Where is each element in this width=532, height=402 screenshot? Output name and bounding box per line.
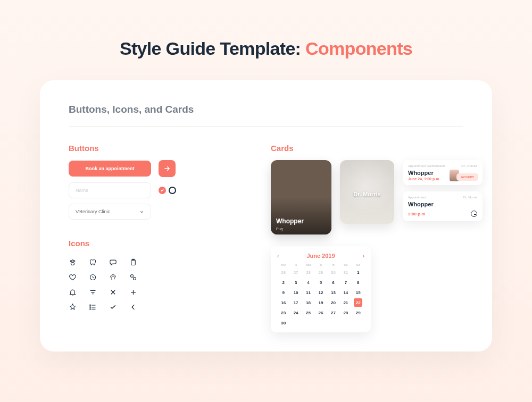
confirmation-eyebrow: Appointment Confirmation (408, 164, 445, 168)
appointment-eyebrow: Appointment (408, 196, 426, 199)
pet-card-breed: Pug (276, 227, 282, 231)
calendar-day-muted[interactable]: 30 (327, 268, 339, 277)
calendar-day[interactable]: 26 (314, 308, 327, 317)
calendar-day[interactable]: 17 (289, 298, 302, 307)
calendar-day[interactable]: 29 (352, 308, 364, 317)
calendar-day[interactable]: 2 (277, 278, 289, 287)
svg-point-0 (70, 260, 72, 262)
calendar-day-muted[interactable]: 28 (302, 268, 314, 277)
name-input[interactable]: Name (69, 182, 151, 198)
clipboard-icon (129, 255, 147, 269)
calendar-dow: th (314, 263, 327, 266)
calendar-day[interactable]: 14 (339, 288, 352, 297)
calendar-day[interactable]: 19 (314, 298, 327, 307)
calendar-day[interactable]: 21 (339, 298, 352, 307)
calendar-day[interactable]: 9 (277, 288, 289, 297)
calendar-dow: wed (302, 263, 314, 266)
radio-unchecked[interactable] (169, 187, 176, 194)
calendar-day[interactable]: 12 (314, 288, 327, 297)
check-icon (160, 188, 164, 192)
calendar-day[interactable]: 16 (277, 298, 289, 307)
plus-icon (129, 285, 147, 299)
section-icons: Icons (69, 239, 228, 248)
calendar-day[interactable]: 10 (289, 288, 302, 297)
calendar-day-muted[interactable]: 27 (289, 268, 302, 277)
calendar-dow: mon (277, 263, 289, 266)
doctor-card[interactable]: Dr. Morris (340, 160, 394, 224)
calendar-day-selected[interactable]: 22 (354, 298, 362, 307)
arrow-right-button[interactable] (159, 160, 176, 177)
calendar-day[interactable]: 25 (302, 308, 314, 317)
clinic-select[interactable]: Veterinary Clinic (69, 204, 151, 220)
list-icon (89, 300, 107, 314)
confirmation-doctor: Dr. Chavez (461, 164, 477, 168)
calendar-prev-button[interactable]: ‹ (277, 253, 279, 259)
appointment-time: 3:00 p.m. (408, 212, 427, 216)
tooth-icon (89, 255, 107, 269)
svg-point-9 (90, 305, 91, 306)
check-icon (109, 300, 127, 314)
svg-point-10 (90, 306, 91, 307)
filter-icon (89, 285, 107, 299)
appointment-doctor: Dr. Morris (463, 196, 477, 199)
svg-point-7 (131, 274, 134, 277)
main-panel: Buttons, Icons, and Cards Buttons Book a… (40, 80, 492, 351)
calendar-day-muted[interactable]: 31 (339, 268, 352, 277)
calendar-title: June 2019 (306, 253, 335, 259)
heart-icon (69, 270, 87, 284)
calendar-day[interactable]: 11 (302, 288, 314, 297)
calendar-day-muted[interactable]: 26 (277, 268, 289, 277)
book-appointment-button[interactable]: Book an appointment (69, 161, 151, 177)
section-buttons: Buttons (69, 144, 228, 153)
calendar-day[interactable]: 20 (327, 298, 339, 307)
calendar-day[interactable]: 28 (339, 308, 352, 317)
pet-card-name: Whopper (276, 217, 304, 225)
calendar-day[interactable]: 15 (352, 288, 364, 297)
calendar-day[interactable]: 4 (302, 278, 314, 287)
pills-icon (129, 270, 147, 284)
calendar-day[interactable]: 8 (352, 278, 364, 287)
chat-icon (109, 255, 127, 269)
svg-point-2 (73, 260, 75, 262)
confirmation-card[interactable]: Appointment Confirmation Dr. Chavez Whop… (403, 160, 483, 185)
calendar-day[interactable]: 3 (289, 278, 302, 287)
calendar-day[interactable]: 5 (314, 278, 327, 287)
calendar-day[interactable]: 30 (277, 319, 289, 327)
calendar-day[interactable]: 27 (327, 308, 339, 317)
doctor-card-name: Dr. Morris (340, 191, 394, 197)
calendar-day[interactable]: 18 (302, 298, 314, 307)
bell-icon (69, 285, 87, 299)
pet-card[interactable]: Whopper Pug (271, 160, 331, 234)
calendar-day[interactable]: 13 (327, 288, 339, 297)
clock-icon (471, 211, 477, 217)
calendar: ‹ June 2019 › montuwedthfrisatsun2627282… (271, 246, 371, 332)
page-title-accent: Components (305, 38, 412, 58)
calendar-day[interactable]: 7 (339, 278, 352, 287)
close-icon (109, 285, 127, 299)
radio-checked[interactable] (159, 187, 166, 194)
calendar-day-muted[interactable]: 29 (314, 268, 327, 277)
calendar-day[interactable]: 23 (277, 308, 289, 317)
svg-point-11 (90, 308, 91, 309)
fingerprint-icon (109, 270, 127, 284)
star-icon (69, 300, 87, 314)
arrow-right-icon (163, 165, 171, 172)
appointment-card[interactable]: Appointment Dr. Morris Whopper 3:00 p.m. (403, 191, 483, 221)
appointment-title: Whopper (408, 201, 477, 207)
svg-point-1 (72, 259, 73, 261)
time-icon (89, 270, 107, 284)
icon-grid (69, 255, 228, 314)
section-cards: Cards (271, 144, 483, 153)
calendar-next-button[interactable]: › (363, 253, 364, 259)
clinic-select-value: Veterinary Clinic (76, 209, 110, 214)
calendar-day[interactable]: 24 (289, 308, 302, 317)
accept-button[interactable]: ACCEPT (456, 173, 478, 181)
svg-point-8 (134, 277, 136, 280)
calendar-dow: fri (327, 263, 339, 266)
calendar-dow: sat (339, 263, 352, 266)
calendar-day[interactable]: 1 (352, 268, 364, 277)
calendar-day[interactable]: 6 (327, 278, 339, 287)
chevron-left-icon (129, 300, 147, 314)
page-title-prefix: Style Guide Template: (120, 38, 305, 58)
name-input-placeholder: Name (76, 188, 88, 193)
